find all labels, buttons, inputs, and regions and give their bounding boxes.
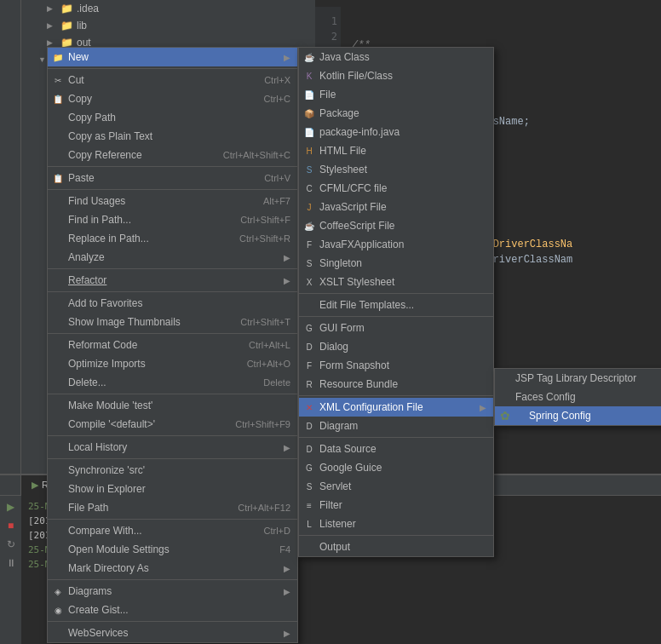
submenu-singleton[interactable]: S Singleton (299, 254, 493, 273)
menu-item-find-in-path[interactable]: Find in Path... Ctrl+Shift+F (48, 210, 297, 229)
menu-item-refactor[interactable]: Refactor ▶ (48, 271, 297, 290)
menu-item-diagrams[interactable]: ◈ Diagrams ▶ (48, 582, 297, 601)
run-button[interactable]: ▶ (3, 499, 19, 515)
gist-icon: ◉ (51, 603, 65, 617)
singleton-icon: S (302, 256, 316, 270)
submenu-edit-templates[interactable]: Edit File Templates... (299, 296, 493, 314)
submenu-javascript[interactable]: J JavaScript File (299, 198, 493, 216)
submenu-output[interactable]: Output (299, 538, 493, 556)
submenu-html[interactable]: H HTML File (299, 141, 493, 160)
submenu-xml-config[interactable]: ✕ XML Configuration File ▶ (299, 398, 493, 417)
menu-item-local-history[interactable]: Local History ▶ (48, 438, 297, 457)
servlet-label: Servlet (319, 480, 486, 492)
menu-item-favorites-label: Add to Favorites (68, 297, 290, 309)
menu-item-copy-path[interactable]: Copy Path (48, 108, 297, 127)
menu-item-mark-directory[interactable]: Mark Directory As ▶ (48, 559, 297, 578)
new-icon: 📁 (51, 50, 65, 64)
tree-arrow: ▶ (47, 4, 57, 13)
menu-item-make-module[interactable]: Make Module 'test' (48, 396, 297, 415)
menu-item-synchronize[interactable]: Synchronize 'src' (48, 461, 297, 480)
package-label: Package (319, 107, 486, 119)
submenu-spring-config[interactable]: ✿ Spring Config (495, 406, 661, 425)
menu-item-create-gist[interactable]: ◉ Create Gist... (48, 601, 297, 619)
submenu-form-snapshot[interactable]: F Form Snapshot (299, 356, 493, 375)
submenu-package-info[interactable]: 📄 package-info.java (299, 123, 493, 141)
menu-item-mark-label: Mark Directory As (68, 562, 284, 574)
package-info-label: package-info.java (319, 126, 486, 138)
restart-button[interactable]: ↻ (3, 537, 19, 552)
separator-new-4 (299, 437, 493, 438)
submenu-dialog[interactable]: D Dialog (299, 337, 493, 356)
submenu-arrow: ▶ (284, 53, 290, 62)
separator-3 (48, 268, 297, 269)
thumbnails-shortcut: Ctrl+Shift+T (240, 317, 290, 327)
submenu-stylesheet[interactable]: S Stylesheet (299, 160, 493, 179)
resource-bundle-label: Resource Bundle (319, 378, 486, 390)
menu-item-compare-label: Compare With... (68, 525, 247, 537)
submenu-google-guice[interactable]: G Google Guice (299, 458, 493, 477)
submenu-servlet[interactable]: S Servlet (299, 477, 493, 496)
copy-icon: 📋 (51, 92, 65, 106)
tree-item-lib[interactable]: ▶ 📁 lib (21, 17, 315, 34)
cfml-label: CFML/CFC file (319, 182, 486, 194)
menu-item-delete[interactable]: Delete... Delete (48, 373, 297, 392)
menu-item-cut-label: Cut (68, 74, 247, 86)
spring-icon: ✿ (498, 409, 512, 423)
menu-item-add-favorites[interactable]: Add to Favorites (48, 294, 297, 313)
submenu-faces-config[interactable]: Faces Config (495, 388, 661, 406)
menu-item-copy-plain[interactable]: Copy as Plain Text (48, 127, 297, 146)
menu-item-reformat[interactable]: Reformat Code Ctrl+Alt+L (48, 336, 297, 354)
menu-item-show-thumbnails[interactable]: Show Image Thumbnails Ctrl+Shift+T (48, 313, 297, 331)
separator-new-3 (299, 395, 493, 396)
submenu-coffeescript[interactable]: ☕ CoffeeScript File (299, 216, 493, 235)
submenu-javafx[interactable]: F JavaFXApplication (299, 235, 493, 254)
stylesheet-label: Stylesheet (319, 164, 486, 175)
menu-item-find-usages[interactable]: Find Usages Alt+F7 (48, 192, 297, 210)
resource-bundle-icon: R (302, 377, 316, 391)
menu-item-analyze[interactable]: Analyze ▶ (48, 248, 297, 267)
submenu-java-class[interactable]: ☕ Java Class (299, 48, 493, 66)
menu-item-paste[interactable]: 📋 Paste Ctrl+V (48, 169, 297, 187)
optimize-shortcut: Ctrl+Alt+O (247, 359, 290, 369)
menu-item-sync-label: Synchronize 'src' (68, 464, 290, 476)
submenu-filter[interactable]: ≡ Filter (299, 496, 493, 515)
menu-item-new[interactable]: 📁 New ▶ (48, 48, 297, 66)
tree-item-label: .idea (77, 3, 99, 14)
stop-button[interactable]: ■ (3, 518, 19, 533)
dialog-label: Dialog (319, 341, 486, 353)
pause-button[interactable]: ⏸ (3, 555, 19, 571)
coffee-icon: ☕ (302, 219, 316, 233)
separator-8 (48, 458, 297, 459)
menu-item-diagrams-label: Diagrams (68, 585, 284, 597)
main-context-menu: 📁 New ▶ ✂ Cut Ctrl+X 📋 Copy Ctrl+C Copy … (47, 47, 298, 643)
menu-item-show-explorer[interactable]: Show in Explorer (48, 480, 297, 498)
menu-item-copy[interactable]: 📋 Copy Ctrl+C (48, 89, 297, 108)
submenu-kotlin[interactable]: K Kotlin File/Class (299, 66, 493, 85)
submenu-data-source[interactable]: D Data Source (299, 440, 493, 458)
submenu-xslt[interactable]: X XSLT Stylesheet (299, 273, 493, 291)
submenu-package[interactable]: 📦 Package (299, 104, 493, 123)
submenu-listener[interactable]: L Listener (299, 515, 493, 533)
menu-item-compare-with[interactable]: Compare With... Ctrl+D (48, 521, 297, 540)
menu-item-file-path[interactable]: File Path Ctrl+Alt+F12 (48, 498, 297, 517)
singleton-label: Singleton (319, 257, 486, 269)
submenu-gui-form[interactable]: G GUI Form (299, 319, 493, 337)
menu-item-replace-in-path[interactable]: Replace in Path... Ctrl+Shift+R (48, 229, 297, 248)
copy-shortcut: Ctrl+C (264, 94, 290, 104)
menu-item-compile[interactable]: Compile '<default>' Ctrl+Shift+F9 (48, 415, 297, 434)
menu-item-webservices[interactable]: WebServices ▶ (48, 624, 297, 642)
menu-item-copy-ref[interactable]: Copy Reference Ctrl+Alt+Shift+C (48, 146, 297, 164)
xml-config-icon: ✕ (302, 400, 316, 414)
html-icon: H (302, 144, 316, 158)
module-shortcut: F4 (279, 544, 290, 555)
submenu-file[interactable]: 📄 File (299, 85, 493, 104)
menu-item-open-module[interactable]: Open Module Settings F4 (48, 540, 297, 559)
spring-config-label: Spring Config (515, 410, 661, 422)
submenu-diagram[interactable]: D Diagram (299, 417, 493, 435)
menu-item-optimize-imports[interactable]: Optimize Imports Ctrl+Alt+O (48, 354, 297, 373)
submenu-jsp-tag[interactable]: JSP Tag Library Descriptor (495, 369, 661, 388)
submenu-cfml[interactable]: C CFML/CFC file (299, 179, 493, 198)
tree-item-idea[interactable]: ▶ 📁 .idea (21, 0, 315, 17)
menu-item-cut[interactable]: ✂ Cut Ctrl+X (48, 71, 297, 89)
submenu-resource-bundle[interactable]: R Resource Bundle (299, 375, 493, 394)
